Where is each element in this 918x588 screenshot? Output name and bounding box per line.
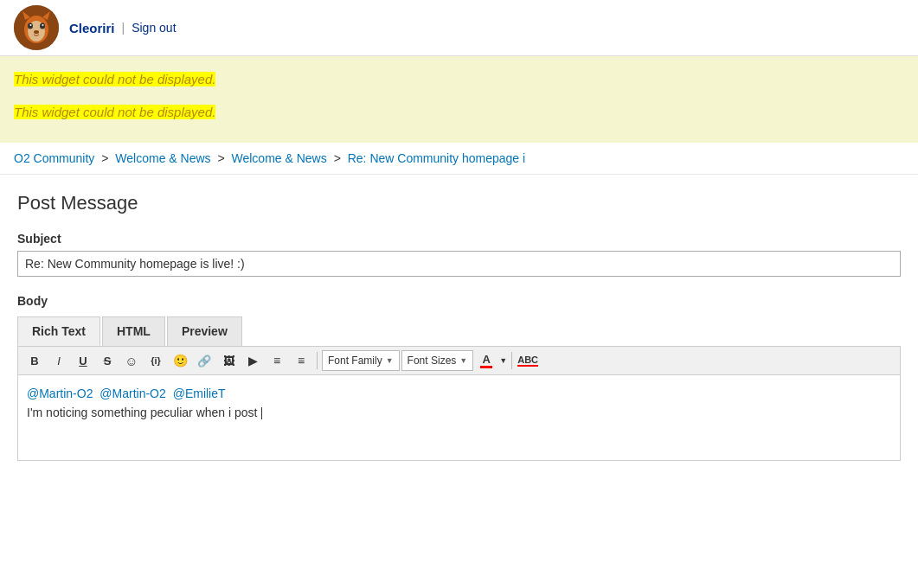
mention-martin-2[interactable]: @Martin-O2	[100, 387, 165, 400]
header-separator: |	[122, 21, 125, 35]
mention-emiliet[interactable]: @EmilieT	[173, 387, 226, 400]
subject-label: Subject	[17, 232, 901, 246]
sign-out-link[interactable]: Sign out	[132, 21, 176, 35]
widget-error-text-1: This widget could not be displayed.	[14, 72, 215, 86]
widget-error-2: This widget could not be displayed.	[14, 99, 904, 125]
unordered-list-button[interactable]: ≡	[290, 350, 312, 371]
editor-mentions-line: @Martin-O2 @Martin-O2 @EmilieT	[27, 384, 891, 403]
link-button[interactable]: 🔗	[193, 350, 215, 371]
font-sizes-dropdown[interactable]: Font Sizes ▼	[401, 350, 474, 371]
editor-toolbar: B I U S ☺ {i} 🙂 🔗 🖼 ▶ ≡ ≡ Font Family	[17, 346, 901, 374]
user-info: Cleoriri | Sign out	[69, 21, 177, 35]
breadcrumb-separator-1: >	[217, 151, 228, 165]
italic-button[interactable]: I	[48, 350, 70, 371]
body-label: Body	[17, 294, 901, 308]
font-family-arrow-icon: ▼	[386, 356, 394, 365]
emoji-icon: 🙂	[173, 354, 188, 368]
editor-body-text: I'm noticing something peculiar when i p…	[27, 406, 260, 419]
svg-point-9	[30, 24, 32, 26]
breadcrumb-separator-0: >	[101, 151, 112, 165]
spellcheck-button[interactable]: ABC	[517, 350, 539, 371]
main-content: Post Message Subject Body Rich Text HTML…	[0, 175, 918, 478]
video-button[interactable]: ▶	[241, 350, 264, 371]
widget-error-text-2: This widget could not be displayed.	[14, 105, 215, 119]
emoji-button[interactable]: 🙂	[169, 350, 191, 371]
video-icon: ▶	[248, 355, 257, 368]
font-color-button[interactable]: A	[475, 350, 498, 371]
toolbar-separator-2	[511, 352, 512, 369]
ordered-list-button[interactable]: ≡	[266, 350, 288, 371]
breadcrumb-text: O2 Community > Welcome & News > Welcome …	[14, 151, 904, 165]
breadcrumb-item-3[interactable]: Re: New Community homepage i	[348, 151, 525, 165]
strikethrough-button[interactable]: S	[96, 350, 119, 371]
font-color-letter: A	[483, 354, 491, 365]
image-button[interactable]: 🖼	[217, 350, 240, 371]
breadcrumb-item-1[interactable]: Welcome & News	[115, 151, 210, 165]
font-sizes-arrow-icon: ▼	[459, 356, 467, 365]
underline-button[interactable]: U	[72, 350, 94, 371]
page-title: Post Message	[17, 192, 901, 214]
editor-text-line: I'm noticing something peculiar when i p…	[27, 403, 891, 422]
link-icon: 🔗	[197, 355, 211, 368]
header-bar: Cleoriri | Sign out	[0, 0, 918, 56]
font-color-bar	[480, 366, 492, 368]
ordered-list-icon: ≡	[273, 354, 280, 368]
tab-preview[interactable]: Preview	[167, 316, 242, 346]
image-icon: 🖼	[223, 355, 234, 368]
font-color-arrow-icon[interactable]: ▼	[499, 356, 507, 365]
code-button[interactable]: {i}	[144, 350, 167, 371]
avatar	[14, 5, 59, 50]
editor-tabs: Rich Text HTML Preview	[17, 316, 901, 346]
tab-html[interactable]: HTML	[102, 316, 165, 346]
tab-rich-text[interactable]: Rich Text	[17, 316, 100, 346]
breadcrumb-separator-2: >	[334, 151, 344, 165]
spellcheck-label: ABC	[517, 355, 538, 367]
toolbar-separator-1	[317, 352, 318, 369]
svg-point-11	[34, 30, 39, 34]
svg-point-7	[28, 23, 33, 29]
font-sizes-label: Font Sizes	[408, 355, 457, 367]
breadcrumb-item-2[interactable]: Welcome & News	[232, 151, 327, 165]
breadcrumb: O2 Community > Welcome & News > Welcome …	[0, 143, 918, 175]
font-family-label: Font Family	[328, 355, 382, 367]
breadcrumb-item-0[interactable]: O2 Community	[14, 151, 94, 165]
unordered-list-icon: ≡	[298, 354, 305, 368]
editor-cursor	[261, 407, 262, 419]
editor-body[interactable]: @Martin-O2 @Martin-O2 @EmilieT I'm notic…	[17, 374, 901, 461]
subject-input[interactable]	[17, 251, 901, 277]
svg-point-10	[42, 24, 44, 26]
widget-error-area: This widget could not be displayed. This…	[0, 56, 918, 143]
smiley-icon: ☺	[125, 354, 138, 368]
font-family-dropdown[interactable]: Font Family ▼	[322, 350, 400, 371]
username: Cleoriri	[69, 21, 115, 35]
bold-button[interactable]: B	[23, 350, 46, 371]
widget-error-1: This widget could not be displayed.	[14, 67, 904, 93]
svg-point-8	[40, 23, 45, 29]
mention-martin-1[interactable]: @Martin-O2	[27, 387, 93, 400]
smiley-button[interactable]: ☺	[120, 350, 143, 371]
